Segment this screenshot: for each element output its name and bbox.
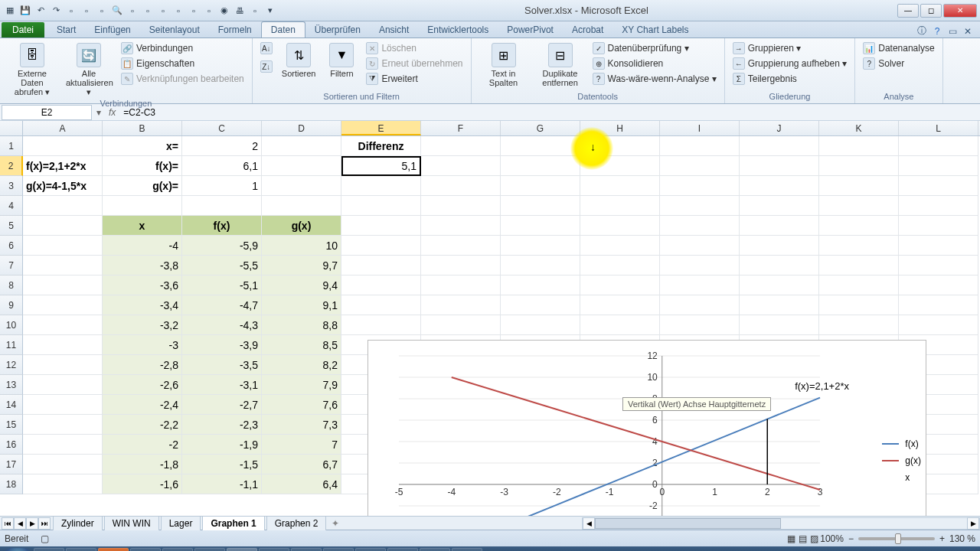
cell[interactable]: [501, 136, 580, 156]
reapply-button[interactable]: ↻Erneut übernehmen: [364, 57, 464, 70]
remove-duplicates-button[interactable]: ⊟Duplikate entfernen: [534, 41, 586, 89]
cell[interactable]: -5,5: [182, 256, 262, 276]
macro-record-icon[interactable]: ▢: [41, 533, 49, 544]
maximize-button[interactable]: ◻: [920, 4, 942, 18]
cell[interactable]: [580, 295, 660, 315]
cell[interactable]: [421, 136, 501, 156]
cell[interactable]: [580, 156, 660, 176]
row-header[interactable]: 5: [0, 216, 23, 236]
cell[interactable]: -1,1: [182, 474, 262, 494]
row-header[interactable]: 9: [0, 295, 23, 315]
qat-btn[interactable]: ▫: [172, 4, 185, 18]
cell[interactable]: 10: [262, 236, 341, 256]
cell[interactable]: -2,8: [103, 355, 182, 375]
cell[interactable]: [262, 136, 341, 156]
qat-btn[interactable]: ▫: [80, 4, 93, 18]
cell[interactable]: -5,1: [182, 276, 262, 295]
cell[interactable]: [660, 236, 740, 256]
sheet-nav-prev[interactable]: ◀: [14, 517, 26, 530]
sort-button[interactable]: ⇅Sortieren: [279, 41, 319, 80]
cell[interactable]: [421, 156, 501, 176]
cell[interactable]: -3,5: [182, 355, 262, 375]
what-if-button[interactable]: ?Was-wäre-wenn-Analyse ▾: [591, 72, 718, 86]
taskbar-app[interactable]: 📷: [291, 548, 322, 551]
cell[interactable]: [660, 315, 740, 335]
zoom-control[interactable]: 100% − + 130 %: [820, 533, 975, 544]
cell[interactable]: [262, 156, 341, 176]
workbook-close-icon[interactable]: ✕: [962, 26, 974, 37]
cell[interactable]: -1,6: [103, 474, 182, 494]
cell[interactable]: -3: [103, 335, 182, 355]
row-header[interactable]: 15: [0, 415, 23, 435]
cell[interactable]: -1,8: [103, 455, 182, 474]
taskbar-app[interactable]: 🔵: [162, 548, 193, 551]
tab-xylabels[interactable]: XY Chart Labels: [612, 22, 697, 37]
row-header[interactable]: 18: [0, 474, 23, 494]
connections-button[interactable]: 🔗Verbindungen: [119, 41, 246, 55]
horizontal-scrollbar[interactable]: ◀ ▶: [582, 517, 980, 530]
ungroup-button[interactable]: ←Gruppierung aufheben ▾: [731, 57, 848, 70]
taskbar-app[interactable]: ▶: [420, 548, 450, 551]
cell[interactable]: [580, 276, 660, 295]
cell[interactable]: [23, 315, 103, 335]
cell[interactable]: [899, 136, 978, 156]
save-icon[interactable]: 💾: [18, 4, 32, 18]
cell[interactable]: [660, 295, 740, 315]
clear-filter-button[interactable]: ✕Löschen: [364, 41, 464, 55]
cell[interactable]: -3,8: [103, 256, 182, 276]
cell[interactable]: -1,5: [182, 455, 262, 474]
row-header[interactable]: 8: [0, 276, 23, 295]
cell[interactable]: 6,1: [182, 156, 262, 176]
cell[interactable]: f(x)=: [103, 156, 182, 176]
minimize-ribbon-icon[interactable]: ⓘ: [916, 24, 928, 37]
row-header[interactable]: 16: [0, 435, 23, 455]
cell[interactable]: [421, 236, 501, 256]
cell[interactable]: -2,4: [103, 395, 182, 415]
subtotal-button[interactable]: ΣTeilergebnis: [731, 72, 848, 86]
file-tab[interactable]: Datei: [2, 22, 44, 37]
row-header[interactable]: 13: [0, 375, 23, 395]
qat-btn[interactable]: ▫: [187, 4, 201, 18]
scroll-left-icon[interactable]: ◀: [583, 517, 595, 530]
chart-legend[interactable]: f(x) g(x) x: [882, 432, 921, 489]
cell[interactable]: [103, 196, 182, 216]
column-header[interactable]: F: [421, 121, 501, 135]
edit-links-button[interactable]: ✎Verknüpfungen bearbeiten: [119, 72, 246, 86]
cell[interactable]: [660, 176, 740, 196]
cell[interactable]: [740, 256, 819, 276]
properties-button[interactable]: 📋Eigenschaften: [119, 57, 246, 70]
cell[interactable]: -4: [103, 236, 182, 256]
cell[interactable]: [23, 375, 103, 395]
qat-btn[interactable]: ▫: [64, 4, 78, 18]
row-header[interactable]: 17: [0, 455, 23, 474]
cell[interactable]: [660, 276, 740, 295]
qat-btn[interactable]: ▫: [202, 4, 216, 18]
cell[interactable]: [23, 474, 103, 494]
cell[interactable]: [660, 156, 740, 176]
cell[interactable]: [501, 236, 580, 256]
view-pagebreak-icon[interactable]: ▨: [810, 533, 818, 544]
cell[interactable]: 8,5: [262, 335, 341, 355]
cell[interactable]: [660, 216, 740, 236]
cell[interactable]: [421, 216, 501, 236]
cell[interactable]: [740, 136, 819, 156]
cell[interactable]: 8,2: [262, 355, 341, 375]
cell[interactable]: 5,1: [341, 156, 421, 176]
cell[interactable]: [182, 196, 262, 216]
cell[interactable]: [23, 196, 103, 216]
cell[interactable]: [501, 176, 580, 196]
row-header[interactable]: 11: [0, 335, 23, 355]
cell[interactable]: [341, 295, 421, 315]
sort-desc-button[interactable]: Z↓: [259, 60, 274, 73]
cell[interactable]: [421, 315, 501, 335]
tab-start[interactable]: Start: [47, 22, 85, 37]
cell[interactable]: [819, 176, 899, 196]
scrollbar-thumb[interactable]: [595, 518, 781, 529]
cell[interactable]: [501, 256, 580, 276]
cell[interactable]: [23, 335, 103, 355]
cell[interactable]: [341, 236, 421, 256]
cell[interactable]: [819, 315, 899, 335]
tab-dev[interactable]: Entwicklertools: [418, 22, 498, 37]
column-header[interactable]: L: [899, 121, 978, 135]
cell[interactable]: [23, 276, 103, 295]
